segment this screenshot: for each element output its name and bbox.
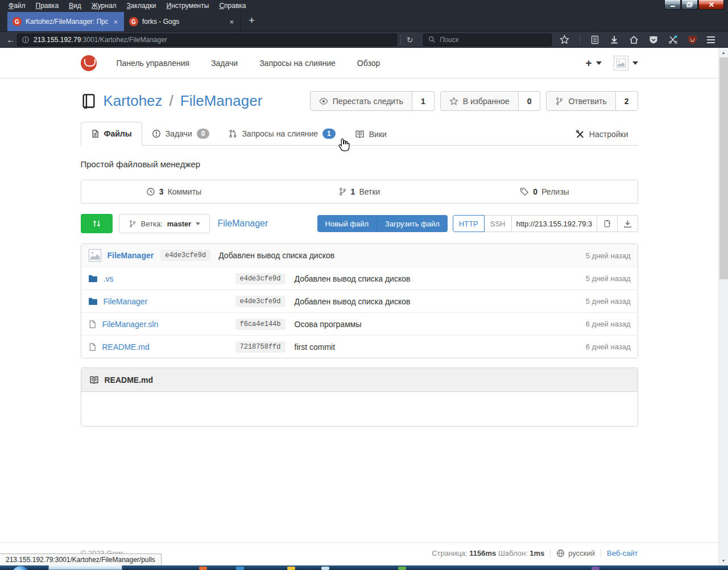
start-orb[interactable]: [12, 566, 29, 570]
branch-dropdown[interactable]: Ветка: master: [119, 214, 210, 233]
menu-tools[interactable]: Инструменты: [162, 1, 214, 11]
forks-count[interactable]: 2: [616, 91, 638, 111]
browser-tabbar: G Kartohez/FileManager: Прос × G forks -…: [0, 11, 728, 32]
scroll-down-arrow[interactable]: ▼: [719, 556, 728, 565]
commits-link[interactable]: 3 Коммиты: [81, 187, 267, 196]
pocket-icon[interactable]: [649, 35, 658, 44]
page-time-value: 1156ms: [469, 549, 496, 557]
tab-pulls[interactable]: Запросы на слияние 1: [219, 122, 345, 146]
taskbar-icon[interactable]: [199, 567, 207, 570]
bookmark-star-icon[interactable]: [560, 35, 569, 44]
pull-request-icon: [229, 129, 237, 138]
file-table: FileManager e4de3cfe9d Добавлен вывод сп…: [81, 243, 638, 358]
taskbar-icon[interactable]: [321, 567, 329, 570]
taskbar-icon[interactable]: [592, 567, 599, 570]
scroll-up-arrow[interactable]: ▲: [719, 48, 728, 57]
minimize-button[interactable]: [664, 0, 681, 10]
history-icon: [146, 187, 155, 196]
file-link[interactable]: FileManager: [104, 297, 148, 306]
tab-close-icon[interactable]: ×: [228, 18, 235, 26]
star-button-group: В избранное 0: [440, 91, 541, 111]
nav-explore[interactable]: Обзор: [346, 59, 391, 68]
branches-link[interactable]: 1 Ветки: [267, 187, 452, 196]
stars-count[interactable]: 0: [519, 91, 541, 111]
new-file-button[interactable]: Новый файл: [317, 215, 377, 232]
taskbar-icon[interactable]: [236, 567, 244, 570]
home-icon[interactable]: [629, 35, 639, 44]
restore-button[interactable]: [681, 0, 698, 10]
hamburger-menu-icon[interactable]: [707, 36, 715, 43]
browser-tab-active[interactable]: G Kartohez/FileManager: Прос ×: [7, 12, 124, 31]
tab-wiki[interactable]: Вики: [345, 123, 396, 146]
caret-down-icon[interactable]: [596, 61, 602, 65]
tab-issues[interactable]: Задачи 0: [142, 122, 220, 146]
commit-hash-link[interactable]: 7218758ffd: [235, 341, 286, 353]
nav-pulls[interactable]: Запросы на слияние: [249, 59, 346, 68]
page-content: Панель управления Задачи Запросы на слия…: [0, 48, 718, 565]
menu-edit[interactable]: Правка: [31, 1, 64, 11]
menu-bookmarks[interactable]: Закладки: [122, 1, 162, 11]
gogs-logo-icon[interactable]: [81, 55, 97, 71]
clone-url-input[interactable]: [512, 215, 597, 232]
tab-files[interactable]: Файлы: [81, 122, 142, 146]
breadcrumb[interactable]: FileManager: [217, 218, 268, 229]
repo-name-link[interactable]: FileManager: [180, 92, 263, 110]
file-link[interactable]: FileManager.sln: [102, 320, 159, 329]
menu-view[interactable]: Вид: [64, 1, 86, 11]
readme-panel: README.md: [81, 367, 638, 427]
fork-button[interactable]: Ответвить: [546, 91, 615, 111]
browser-tab[interactable]: G forks - Gogs ×: [124, 12, 241, 31]
tab-close-icon[interactable]: ×: [112, 18, 119, 26]
nav-dashboard[interactable]: Панель управления: [106, 59, 201, 68]
ublock-icon[interactable]: [688, 35, 697, 44]
vertical-scrollbar[interactable]: ▲ ▼: [718, 48, 728, 565]
download-archive-button[interactable]: [618, 215, 638, 232]
caret-down-icon[interactable]: [632, 61, 638, 65]
taskbar-button[interactable]: [48, 565, 122, 570]
taskbar-icon[interactable]: [287, 567, 295, 570]
taskbar-icon[interactable]: [398, 567, 406, 570]
branch-label: Ветка:: [141, 220, 163, 228]
file-link[interactable]: .vs: [104, 274, 114, 283]
upload-file-button[interactable]: Загрузить файл: [377, 215, 448, 232]
copy-url-button[interactable]: [597, 215, 618, 232]
releases-link[interactable]: 0 Релизы: [452, 187, 638, 196]
star-button[interactable]: В избранное: [440, 91, 519, 111]
create-new-button[interactable]: +: [585, 57, 592, 69]
menu-help[interactable]: Справка: [214, 1, 251, 11]
commit-hash-link[interactable]: e4de3cfe9d: [235, 296, 286, 307]
menu-file[interactable]: Файл: [3, 1, 31, 11]
file-link[interactable]: README.md: [102, 342, 150, 352]
tab-settings[interactable]: Настройки: [566, 123, 638, 146]
url-path: :3001/Kartohez/FileManager: [81, 36, 167, 44]
nav-issues[interactable]: Задачи: [200, 59, 249, 68]
downloads-icon[interactable]: [610, 35, 619, 44]
watchers-count[interactable]: 1: [412, 91, 435, 111]
commit-hash-link[interactable]: f6ca4e144b: [235, 319, 286, 330]
menu-history[interactable]: Журнал: [86, 1, 122, 11]
back-button[interactable]: ←: [5, 35, 17, 44]
commit-hash-link[interactable]: e4de3cfe9d: [235, 273, 286, 284]
avatar[interactable]: [614, 56, 628, 71]
commit-hash-link[interactable]: e4de3cfe9d: [160, 250, 210, 261]
reload-button[interactable]: ↻: [400, 35, 419, 45]
committer-link[interactable]: FileManager: [107, 251, 154, 260]
website-link[interactable]: Веб-сайт: [607, 549, 638, 557]
url-bar[interactable]: 213.155.192.79:3001/Kartohez/FileManager: [17, 34, 397, 46]
compare-button[interactable]: [81, 214, 113, 233]
bookmarks-list-icon[interactable]: [590, 35, 599, 44]
clone-panel: HTTP SSH: [453, 215, 638, 232]
extension-icon[interactable]: [668, 35, 678, 44]
windows-taskbar[interactable]: [0, 565, 728, 570]
http-button[interactable]: HTTP: [453, 215, 485, 232]
close-button[interactable]: [698, 0, 724, 10]
language-dropdown[interactable]: русский: [556, 549, 595, 557]
new-tab-button[interactable]: +: [241, 12, 263, 31]
commits-count: 3: [159, 187, 164, 196]
releases-label: Релизы: [541, 187, 569, 196]
unwatch-button[interactable]: Перестать следить: [310, 91, 412, 111]
ssh-button[interactable]: SSH: [485, 215, 512, 232]
search-bar[interactable]: Поиск: [423, 34, 552, 46]
scrollbar-thumb[interactable]: [719, 57, 728, 279]
repo-owner-link[interactable]: Kartohez: [104, 92, 163, 110]
